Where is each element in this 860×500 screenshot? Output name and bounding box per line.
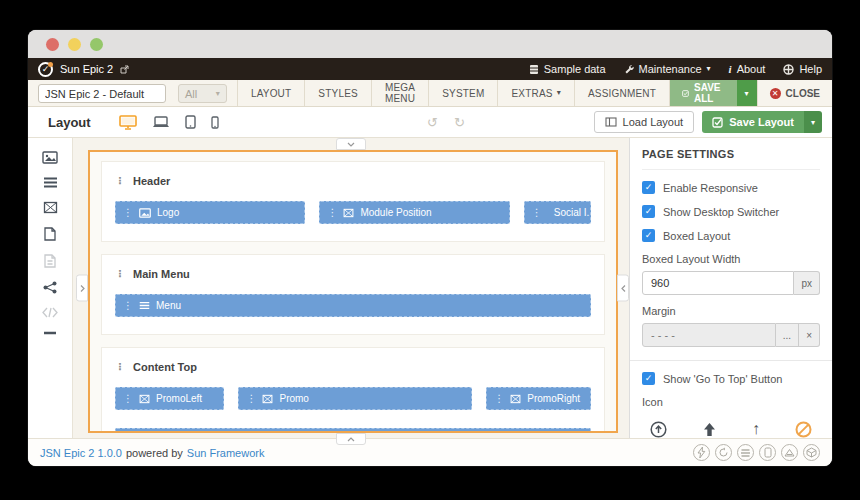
close-button[interactable]: ✕ CLOSE	[757, 80, 832, 106]
expand-right-tab[interactable]	[617, 275, 629, 302]
menu-lines-icon[interactable]	[43, 177, 58, 188]
chevron-down-icon: ▾	[707, 65, 711, 73]
minimize-window-button[interactable]	[68, 38, 81, 51]
window-titlebar	[28, 30, 832, 58]
section-name: Main Menu	[133, 268, 190, 280]
tab-layout[interactable]: LAYOUT	[237, 80, 304, 106]
section-main-menu[interactable]: ⋮ Main Menu ⋮ Menu	[101, 254, 605, 335]
brand[interactable]: ✓ Sun Epic 2	[38, 62, 129, 77]
expand-left-tab[interactable]	[76, 275, 88, 302]
redo-icon[interactable]: ↻	[454, 115, 465, 130]
section-header[interactable]: ⋮ Header ⋮ Logo ⋮	[101, 161, 605, 242]
code-icon	[42, 307, 58, 318]
load-layout-button[interactable]: Load Layout	[594, 111, 695, 133]
image-icon[interactable]	[42, 151, 58, 164]
menu-item-about[interactable]: i About	[729, 63, 766, 75]
module-promo[interactable]: ⋮ Promo	[238, 387, 472, 410]
module-position-icon	[510, 394, 521, 404]
module-logo[interactable]: ⋮ Logo	[115, 201, 305, 224]
screenshot-stage: ✓ Sun Epic 2 Sample data Maintenance ▾ i	[0, 0, 860, 500]
margin-input[interactable]	[642, 323, 776, 347]
arrow-up-solid-icon[interactable]	[702, 422, 717, 437]
layout-canvas-area: ⋮ Header ⋮ Logo ⋮	[73, 138, 629, 438]
template-name-input[interactable]	[38, 84, 166, 103]
menu-item-label: Sample data	[544, 63, 606, 75]
admin-top-bar: ✓ Sun Epic 2 Sample data Maintenance ▾ i	[28, 58, 832, 80]
powered-by-text: powered by	[126, 447, 183, 459]
drag-handle-icon: ⋮	[327, 208, 337, 218]
info-icon: i	[729, 63, 732, 75]
checkbox-boxed-layout[interactable]: ✓ Boxed Layout	[642, 229, 820, 242]
gototop-icon-options: ↑	[642, 414, 820, 438]
tab-assignment[interactable]: ASSIGNMENT	[574, 80, 670, 106]
tablet-badge-icon	[759, 444, 776, 461]
menu-item-sample-data[interactable]: Sample data	[529, 63, 606, 75]
save-layout-dropdown-button[interactable]: ▾	[804, 111, 822, 133]
drag-handle-icon[interactable]: ⋮	[115, 362, 125, 372]
toolbar-actions: SAVE ALL ▾ ✕ CLOSE	[670, 80, 832, 106]
desktop-icon[interactable]	[119, 115, 137, 130]
section-name: Header	[133, 175, 170, 187]
chevron-down-icon: ▾	[216, 90, 220, 98]
arrow-up-circle-icon[interactable]	[650, 421, 667, 438]
menu-item-help[interactable]: Help	[783, 63, 822, 75]
arrow-up-thin-icon[interactable]: ↑	[752, 421, 760, 437]
module-position-icon[interactable]	[43, 201, 58, 214]
drag-handle-icon: ⋮	[123, 208, 133, 218]
main-tabs: LAYOUT STYLES MEGA MENU SYSTEM EXTRAS▾ A…	[237, 80, 670, 106]
version-link[interactable]: JSN Epic 2 1.0.0	[40, 447, 122, 459]
module-position-icon	[262, 394, 273, 404]
tablet-icon[interactable]	[185, 115, 196, 129]
section-name: Content Top	[133, 361, 197, 373]
style-filter-select[interactable]: All ▾	[178, 84, 227, 103]
ban-icon[interactable]	[795, 421, 812, 438]
drag-handle-icon[interactable]: ⋮	[115, 176, 125, 186]
boxed-width-label: Boxed Layout Width	[642, 253, 820, 265]
checkbox-checked-icon: ✓	[642, 205, 655, 218]
checkbox-enable-responsive[interactable]: ✓ Enable Responsive	[642, 181, 820, 194]
module-promoleft[interactable]: ⋮ PromoLeft	[115, 387, 224, 410]
drag-handle-icon: ⋮	[123, 394, 133, 404]
tab-mega-menu[interactable]: MEGA MENU	[371, 80, 428, 106]
page-disabled-icon	[44, 254, 56, 268]
page-icon[interactable]	[44, 227, 56, 241]
module-promoright[interactable]: ⋮ PromoRight	[486, 387, 591, 410]
menu-item-maintenance[interactable]: Maintenance ▾	[624, 63, 711, 75]
menu-item-label: Help	[799, 63, 822, 75]
drag-handle-icon[interactable]: ⋮	[115, 269, 125, 279]
margin-more-button[interactable]: ...	[776, 323, 799, 347]
tab-system[interactable]: SYSTEM	[428, 80, 497, 106]
collapse-top-tab[interactable]	[336, 138, 366, 150]
undo-icon[interactable]: ↺	[427, 115, 438, 130]
icon-label: Icon	[642, 396, 820, 408]
tab-styles[interactable]: STYLES	[304, 80, 371, 106]
collapse-bottom-tab[interactable]	[336, 433, 366, 445]
laptop-icon[interactable]	[152, 116, 170, 129]
history-controls: ↺ ↻	[427, 115, 465, 130]
framework-link[interactable]: Sun Framework	[187, 447, 265, 459]
check-square-icon	[682, 88, 689, 99]
layout-actions: Load Layout Save Layout ▾	[594, 111, 822, 133]
module-module-position[interactable]: ⋮ Module Position	[319, 201, 509, 224]
panel-title: PAGE SETTINGS	[642, 148, 820, 170]
save-layout-button[interactable]: Save Layout	[702, 111, 804, 133]
checkbox-show-gototop[interactable]: ✓ Show 'Go To Top' Button	[642, 372, 820, 385]
margin-clear-button[interactable]: ×	[799, 323, 820, 347]
module-menu[interactable]: ⋮ Menu	[115, 294, 591, 317]
section-content-top[interactable]: ⋮ Content Top ⋮ PromoLeft ⋮	[101, 347, 605, 433]
checkbox-show-desktop-switcher[interactable]: ✓ Show Desktop Switcher	[642, 205, 820, 218]
share-icon[interactable]	[43, 281, 57, 294]
drag-handle-icon: ⋮	[532, 208, 542, 218]
close-window-button[interactable]	[46, 38, 59, 51]
module-social[interactable]: ⋮ Social I...	[524, 201, 591, 224]
zoom-window-button[interactable]	[90, 38, 103, 51]
phone-icon[interactable]	[211, 116, 219, 129]
tab-extras[interactable]: EXTRAS▾	[497, 80, 573, 106]
save-all-button[interactable]: SAVE ALL	[670, 80, 737, 106]
layout-toolbar: Layout ↺ ↻	[28, 107, 832, 138]
boxed-width-input[interactable]	[642, 271, 794, 295]
divider-icon[interactable]	[43, 331, 57, 335]
save-all-dropdown-button[interactable]: ▾	[737, 80, 757, 106]
drag-handle-icon: ⋮	[494, 394, 504, 404]
element-sidebar	[28, 138, 73, 438]
